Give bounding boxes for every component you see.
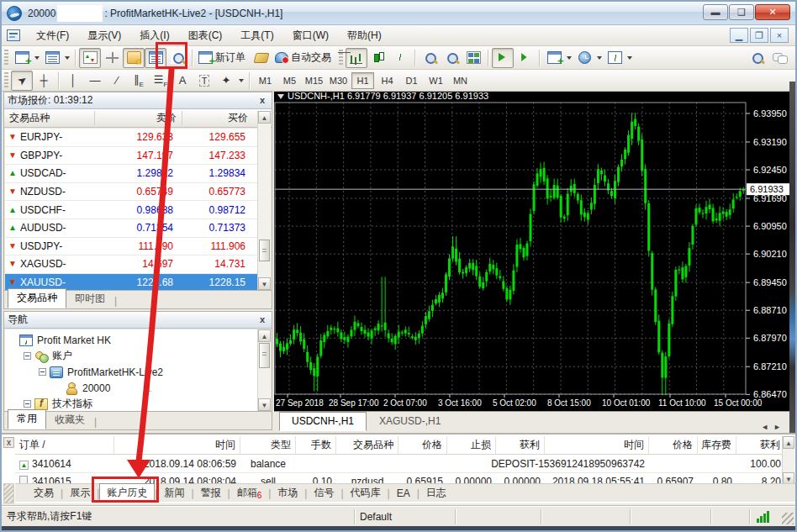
terminal-column-0[interactable]: 订单 /: [15, 436, 114, 454]
terminal-column-2[interactable]: 类型: [240, 436, 296, 454]
terminal-tab-3[interactable]: 新闻: [157, 484, 191, 502]
terminal-tab-5[interactable]: 邮箱6: [230, 484, 269, 502]
arrows-dropdown[interactable]: [239, 79, 244, 82]
arrows-tool[interactable]: ✦: [215, 71, 237, 91]
tree-node-mt[interactable]: Profit Market HK: [8, 332, 257, 348]
channel-tool[interactable]: ∥E: [128, 71, 150, 91]
tab-favorites[interactable]: 收藏夹: [46, 411, 93, 429]
tab-symbols[interactable]: 交易品种: [8, 288, 66, 308]
auto-trading-button[interactable]: 自动交易: [272, 48, 336, 68]
scroll-up-icon[interactable]: ▲: [258, 329, 271, 342]
cursor-tool[interactable]: ➤: [11, 71, 33, 91]
strategy-tester-button[interactable]: [166, 48, 188, 68]
market-watch-button[interactable]: [79, 48, 101, 68]
terminal-tab-1[interactable]: 展示: [63, 484, 97, 502]
market-watch-row[interactable]: ▲AUDUSD-0.713540.71373: [5, 219, 257, 238]
indicators-button[interactable]: [543, 48, 565, 68]
periods-dropdown[interactable]: [597, 56, 602, 60]
market-watch-row[interactable]: ▲USDCAD-1.298121.29834: [5, 165, 257, 183]
menu-item-0[interactable]: 文件(F): [27, 26, 78, 45]
tile-windows-button[interactable]: [462, 48, 484, 68]
tree-node-server[interactable]: ProfitMarketHK-Live2: [8, 364, 257, 380]
chart-tab-usdcnh[interactable]: USDCNH-,H1: [279, 412, 367, 431]
new-chart-dropdown[interactable]: [34, 56, 40, 60]
timeframe-m5[interactable]: M5: [278, 72, 301, 89]
mdi-close-button[interactable]: ×: [770, 28, 789, 43]
terminal-tab-0[interactable]: 交易: [27, 484, 61, 502]
resize-grip[interactable]: [782, 513, 794, 524]
trendline-tool[interactable]: ∕: [106, 71, 128, 91]
templates-button[interactable]: [604, 48, 625, 68]
toolbar-grip[interactable]: [339, 50, 343, 66]
terminal-column-10[interactable]: 库存费: [698, 436, 736, 454]
scrollbar-thumb[interactable]: [259, 343, 270, 368]
terminal-tab-4[interactable]: 警报: [194, 484, 228, 502]
terminal-column-8[interactable]: 时间: [545, 436, 649, 454]
market-watch-row[interactable]: ▼XAGUSD-14.69714.731: [5, 255, 257, 274]
navigator-scrollbar[interactable]: ▲ ▼: [257, 329, 271, 411]
menu-item-4[interactable]: 工具(T): [231, 26, 282, 45]
scrollbar-thumb[interactable]: [259, 240, 270, 261]
new-order-button[interactable]: 新订单: [196, 48, 251, 68]
horizontal-line-tool[interactable]: —: [84, 71, 106, 91]
close-icon[interactable]: x: [3, 437, 14, 448]
menu-item-2[interactable]: 插入(I): [130, 26, 178, 45]
terminal-column-7[interactable]: 获利: [496, 436, 545, 454]
history-row-balance[interactable]: ▲34106142018.09.14 08:06:59balanceDEPOSI…: [15, 455, 782, 473]
toolbar-grip[interactable]: [4, 50, 8, 66]
scroll-down-icon[interactable]: ▼: [258, 398, 271, 411]
line-chart-button[interactable]: [389, 48, 411, 68]
close-icon[interactable]: x: [256, 95, 268, 107]
column-ask[interactable]: 买价: [182, 111, 253, 125]
new-chart-button[interactable]: [11, 48, 33, 68]
timeframe-h1[interactable]: H1: [351, 72, 374, 89]
market-watch-row[interactable]: ▼GBPJPY-147.197147.233: [5, 147, 257, 166]
zoom-out-button[interactable]: [441, 48, 462, 68]
chart-window[interactable]: 6.939506.931906.924506.916906.909506.902…: [274, 92, 793, 411]
terminal-tab-2[interactable]: 账户历史: [99, 483, 155, 503]
vertical-line-tool[interactable]: │: [62, 71, 84, 91]
candlestick-button[interactable]: [367, 48, 389, 68]
timeframe-h4[interactable]: H4: [376, 72, 398, 89]
market-watch-title-bar[interactable]: 市场报价: 01:39:12 x: [4, 92, 272, 109]
tab-common[interactable]: 常用: [8, 409, 46, 429]
timeframe-mn[interactable]: MN: [449, 72, 472, 89]
text-label-tool[interactable]: T: [193, 71, 215, 91]
periods-button[interactable]: [573, 48, 595, 68]
chart-tabs-right-icon[interactable]: ►: [773, 423, 786, 431]
terminal-tab-10[interactable]: 日志: [420, 484, 453, 502]
timeframe-d1[interactable]: D1: [400, 72, 423, 89]
tree-expander[interactable]: [39, 368, 46, 376]
auto-scroll-button[interactable]: [492, 48, 514, 68]
terminal-column-5[interactable]: 价格: [398, 436, 447, 454]
terminal-scrollbar[interactable]: ▲ ▼: [782, 436, 794, 485]
chat-icon[interactable]: [773, 51, 787, 64]
toolbar-grip[interactable]: [4, 72, 8, 89]
mdi-minimize-button[interactable]: ▁: [730, 28, 748, 43]
terminal-column-1[interactable]: 时间: [114, 436, 240, 454]
navigator-button[interactable]: [123, 48, 145, 68]
market-watch-scrollbar[interactable]: ▲ ▼: [257, 111, 271, 290]
terminal-column-11[interactable]: 获利: [736, 436, 782, 454]
data-window-button[interactable]: [101, 48, 123, 68]
minimize-button[interactable]: ▬: [703, 4, 728, 20]
terminal-grip[interactable]: [3, 483, 14, 503]
tab-tick-chart[interactable]: 即时图: [66, 290, 113, 308]
profiles-button[interactable]: [41, 48, 63, 68]
tree-expander[interactable]: [24, 400, 31, 408]
close-icon[interactable]: x: [256, 314, 268, 326]
terminal-button[interactable]: [145, 48, 166, 68]
menu-item-6[interactable]: 帮助(H): [338, 26, 391, 45]
chart-shift-button[interactable]: [514, 48, 536, 68]
close-button[interactable]: ✕: [755, 4, 790, 20]
search-icon[interactable]: [750, 51, 764, 64]
profiles-dropdown[interactable]: [65, 56, 70, 60]
menu-item-3[interactable]: 图表(C): [179, 26, 232, 45]
navigator-title-bar[interactable]: 导航 x: [4, 312, 272, 329]
terminal-tab-7[interactable]: 信号: [307, 484, 340, 502]
timeframe-m15[interactable]: M15: [303, 72, 325, 89]
market-watch-row[interactable]: ▼USDJPY-111.890111.906: [5, 238, 257, 256]
terminal-column-6[interactable]: 止损: [447, 436, 496, 454]
timeframe-w1[interactable]: W1: [425, 72, 447, 89]
terminal-tab-9[interactable]: EA: [390, 486, 417, 501]
